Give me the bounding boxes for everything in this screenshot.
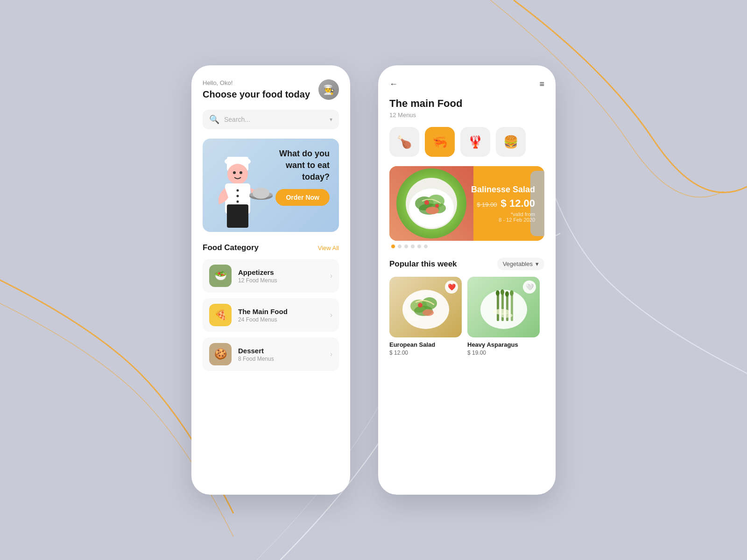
screens-container: Hello, Oko! Choose your food today 👨‍🍳 🔍… <box>0 0 747 560</box>
favorite-button-heavy-asparagus[interactable]: 🤍 <box>523 280 536 294</box>
food-card-heavy-asparagus[interactable]: 🤍 Heavy Asparagus $ 19.00 <box>467 277 540 356</box>
category-icon-btn-shrimp[interactable]: 🦐 <box>425 127 455 157</box>
svg-point-26 <box>418 303 423 308</box>
dot-5 <box>417 245 421 248</box>
search-bar[interactable]: 🔍 Search... ▾ <box>203 110 339 129</box>
avatar-image: 👨‍🍳 <box>318 79 339 100</box>
popular-header: Popular this week Vegetables ▾ <box>389 258 544 270</box>
category-icon-btn-chicken[interactable]: 🍗 <box>389 127 419 157</box>
svg-point-4 <box>240 171 242 174</box>
chevron-down-icon: ▾ <box>330 116 332 123</box>
category-name-mainfood: The Main Food <box>238 308 324 315</box>
greeting-text: Hello, Oko! <box>203 79 310 86</box>
chef-illustration <box>207 144 277 232</box>
category-info-mainfood: The Main Food 24 Food Menus <box>238 308 324 323</box>
category-list: 🥗 Appetizers 12 Food Menus › 🍕 The Main … <box>203 259 339 371</box>
dot-1 <box>391 245 395 248</box>
svg-point-35 <box>505 291 509 297</box>
right-header: ← ≡ <box>389 79 544 89</box>
svg-point-7 <box>237 195 239 197</box>
category-name-appetizers: Appetizers <box>238 268 324 276</box>
banner-text: What do youwant to eattoday? Order Now <box>275 148 330 206</box>
food-price-heavy-asparagus: $ 19.00 <box>467 350 540 356</box>
food-category-title: Food Category <box>203 243 259 252</box>
category-item-appetizers[interactable]: 🥗 Appetizers 12 Food Menus › <box>203 259 339 293</box>
category-icon-dessert: 🍪 <box>209 343 232 365</box>
promo-image <box>389 166 473 241</box>
dot-6 <box>424 245 428 248</box>
promo-valid-dates: *valid from8 - 12 Feb 2020 <box>471 211 535 223</box>
food-card-img-heavy-asparagus: 🤍 <box>467 277 540 337</box>
page-subtitle: 12 Menus <box>389 112 544 119</box>
page-title: The main Food <box>389 98 544 110</box>
svg-point-33 <box>496 290 500 296</box>
promo-new-price: $ 12.00 <box>501 197 535 210</box>
svg-point-38 <box>500 313 513 318</box>
category-count-dessert: 8 Food Menus <box>238 356 324 362</box>
choose-title: Choose your food today <box>203 88 310 100</box>
popular-title: Popular this week <box>389 259 457 269</box>
right-phone: ← ≡ The main Food 12 Menus 🍗 🦐 🦞 🍔 <box>378 65 556 495</box>
category-name-dessert: Dessert <box>238 347 324 355</box>
svg-point-6 <box>237 189 239 192</box>
back-button[interactable]: ← <box>389 79 398 89</box>
svg-point-2 <box>227 164 248 184</box>
dot-3 <box>404 245 408 248</box>
promo-dots <box>389 245 544 248</box>
category-info-appetizers: Appetizers 12 Food Menus <box>238 268 324 284</box>
food-price-european-salad: $ 12.00 <box>389 350 462 356</box>
svg-point-36 <box>510 290 514 296</box>
chevron-right-icon-appetizers: › <box>330 272 332 280</box>
promo-card[interactable]: Balinesse Salad $ 19.00 $ 12.00 *valid f… <box>389 166 544 241</box>
svg-point-21 <box>426 207 439 214</box>
view-all-button[interactable]: View All <box>318 245 339 252</box>
category-item-dessert[interactable]: 🍪 Dessert 8 Food Menus › <box>203 337 339 371</box>
svg-point-8 <box>237 201 239 203</box>
svg-point-19 <box>424 200 429 205</box>
avatar[interactable]: 👨‍🍳 <box>318 79 339 100</box>
salad-image <box>396 168 466 238</box>
favorite-button-european-salad[interactable]: ❤️ <box>445 280 458 294</box>
filter-chevron-icon: ▾ <box>536 260 539 267</box>
hamburger-menu-icon[interactable]: ≡ <box>539 79 544 89</box>
promo-old-price: $ 19.00 <box>477 201 497 208</box>
category-icon-btn-burger[interactable]: 🍔 <box>496 127 526 157</box>
banner-question: What do youwant to eattoday? <box>275 148 330 183</box>
promo-info: Balinesse Salad $ 19.00 $ 12.00 *valid f… <box>471 185 535 223</box>
category-icon-appetizers: 🥗 <box>209 265 232 287</box>
category-icon-mainfood: 🍕 <box>209 304 232 326</box>
category-item-mainfood[interactable]: 🍕 The Main Food 24 Food Menus › <box>203 298 339 332</box>
food-name-european-salad: European Salad <box>389 341 462 348</box>
category-count-mainfood: 24 Food Menus <box>238 316 324 323</box>
svg-point-34 <box>500 289 504 295</box>
left-title-group: Hello, Oko! Choose your food today <box>203 79 310 100</box>
category-info-dessert: Dessert 8 Food Menus <box>238 347 324 362</box>
svg-point-20 <box>435 204 439 208</box>
dot-2 <box>398 245 402 248</box>
promo-name: Balinesse Salad <box>471 185 535 195</box>
left-header: Hello, Oko! Choose your food today 👨‍🍳 <box>203 79 339 100</box>
chevron-right-icon-mainfood: › <box>330 311 332 319</box>
svg-point-27 <box>423 309 434 316</box>
food-card-img-european-salad: ❤️ <box>389 277 462 337</box>
food-name-heavy-asparagus: Heavy Asparagus <box>467 341 540 348</box>
search-icon: 🔍 <box>209 114 219 125</box>
order-now-button[interactable]: Order Now <box>275 189 330 206</box>
filter-label: Vegetables <box>503 260 533 267</box>
dot-4 <box>411 245 415 248</box>
category-icon-btn-lobster[interactable]: 🦞 <box>460 127 490 157</box>
filter-dropdown[interactable]: Vegetables ▾ <box>497 258 544 270</box>
food-cards-row: ❤️ European Salad $ 12.00 <box>389 277 544 356</box>
svg-point-12 <box>253 188 269 199</box>
promo-price-row: $ 19.00 $ 12.00 <box>471 197 535 210</box>
chevron-right-icon-dessert: › <box>330 350 332 358</box>
search-input[interactable]: Search... <box>224 116 325 123</box>
food-category-header: Food Category View All <box>203 243 339 252</box>
left-phone: Hello, Oko! Choose your food today 👨‍🍳 🔍… <box>191 65 350 495</box>
svg-rect-29 <box>497 293 499 321</box>
svg-point-3 <box>233 171 236 174</box>
category-count-appetizers: 12 Food Menus <box>238 277 324 284</box>
svg-rect-9 <box>227 204 248 228</box>
promo-banner: What do youwant to eattoday? Order Now <box>203 139 339 232</box>
food-card-european-salad[interactable]: ❤️ European Salad $ 12.00 <box>389 277 462 356</box>
